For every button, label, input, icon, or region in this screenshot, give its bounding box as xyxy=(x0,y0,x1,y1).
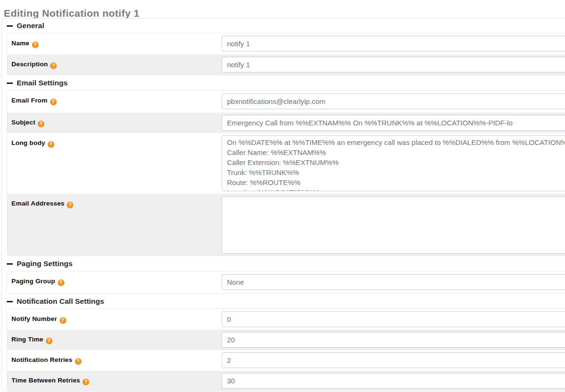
section-title: General xyxy=(17,21,44,30)
paging-group-select[interactable] xyxy=(222,274,565,290)
paging-group-label-cell: Paging Group? xyxy=(7,271,222,293)
email-addresses-textarea[interactable] xyxy=(222,196,565,254)
subject-label: Subject xyxy=(11,119,35,126)
group-general: Name? Description? xyxy=(7,33,565,75)
collapse-minus-icon xyxy=(7,83,13,84)
form-row-notification-retries: Notification Retries? xyxy=(7,350,565,371)
help-icon[interactable]: ? xyxy=(32,41,39,48)
form-row-email-from: Email From? xyxy=(7,91,565,113)
help-icon[interactable]: ? xyxy=(38,121,44,127)
email-addresses-field-cell xyxy=(222,194,565,256)
description-field-cell xyxy=(222,54,565,75)
ring-time-input[interactable] xyxy=(222,332,565,348)
name-label-cell: Name? xyxy=(7,33,222,54)
help-icon[interactable]: ? xyxy=(50,99,57,105)
description-label: Description xyxy=(11,61,48,68)
description-label-cell: Description? xyxy=(7,54,222,75)
name-input[interactable] xyxy=(222,36,565,52)
help-icon[interactable]: ? xyxy=(60,317,66,324)
email-addresses-label: Email Addresses xyxy=(11,200,64,207)
form-row-name: Name? xyxy=(7,33,565,54)
collapse-minus-icon xyxy=(7,301,13,302)
notify-number-field-cell xyxy=(222,309,565,330)
form-row-paging-group: Paging Group? xyxy=(7,271,565,293)
help-icon[interactable]: ? xyxy=(67,202,73,208)
subject-input[interactable] xyxy=(222,115,565,131)
email-from-input[interactable] xyxy=(222,93,565,109)
ring-time-label: Ring Time xyxy=(11,336,43,343)
section-header-paging-settings[interactable]: Paging Settings xyxy=(7,259,565,268)
collapse-minus-icon xyxy=(7,263,13,265)
group-paging-settings: Paging Group? xyxy=(7,271,565,294)
paging-group-field-cell xyxy=(222,271,565,293)
section-header-notification-call-settings[interactable]: Notification Call Settings xyxy=(7,297,565,306)
name-field-cell xyxy=(222,33,565,54)
ring-time-label-cell: Ring Time? xyxy=(7,330,222,350)
help-icon[interactable]: ? xyxy=(50,62,57,69)
long-body-label: Long body xyxy=(11,139,45,146)
email-from-label-cell: Email From? xyxy=(7,91,222,113)
time-between-retries-input[interactable] xyxy=(222,373,565,389)
form-row-email-addresses: Email Addresses? xyxy=(7,194,565,256)
form-row-notify-number: Notify Number? xyxy=(7,309,565,330)
notify-number-input[interactable] xyxy=(222,311,565,327)
long-body-field-cell: On %%DATE%% at %%TIME%% an emergency cal… xyxy=(222,133,565,194)
page-title: Editing Notification notify 1 xyxy=(4,8,140,19)
form-row-time-between-retries: Time Between Retries? xyxy=(7,371,565,391)
help-icon[interactable]: ? xyxy=(48,141,54,148)
subject-field-cell xyxy=(222,113,565,133)
description-input[interactable] xyxy=(222,57,565,72)
group-email-settings: Email From? Subject? Long body? On %%DAT… xyxy=(7,90,565,256)
help-icon[interactable]: ? xyxy=(75,358,82,365)
ring-time-field-cell xyxy=(222,330,565,350)
form-container: General Name? Description? Email Setting… xyxy=(1,18,565,392)
email-addresses-label-cell: Email Addresses? xyxy=(7,194,222,256)
help-icon[interactable]: ? xyxy=(58,279,64,286)
notification-retries-label-cell: Notification Retries? xyxy=(7,350,222,371)
name-label: Name xyxy=(11,40,30,47)
section-title: Notification Call Settings xyxy=(17,297,104,306)
section-title: Paging Settings xyxy=(17,259,72,268)
notification-retries-label: Notification Retries xyxy=(11,356,72,363)
form-row-long-body: Long body? On %%DATE%% at %%TIME%% an em… xyxy=(7,133,565,194)
subject-label-cell: Subject? xyxy=(7,113,222,133)
long-body-textarea[interactable]: On %%DATE%% at %%TIME%% an emergency cal… xyxy=(222,135,565,191)
section-title: Email Settings xyxy=(17,79,68,87)
time-between-retries-field-cell xyxy=(222,371,565,391)
form-row-subject: Subject? xyxy=(7,113,565,133)
email-from-label: Email From xyxy=(11,97,48,104)
email-from-field-cell xyxy=(222,91,565,113)
notification-retries-field-cell xyxy=(222,350,565,371)
help-icon[interactable]: ? xyxy=(82,379,89,385)
notify-number-label-cell: Notify Number? xyxy=(7,309,222,330)
group-notification-call-settings: Notify Number? Ring Time? Notification R… xyxy=(7,309,565,392)
time-between-retries-label: Time Between Retries xyxy=(11,377,80,384)
section-header-email-settings[interactable]: Email Settings xyxy=(7,79,565,87)
notify-number-label: Notify Number xyxy=(11,315,57,322)
paging-group-label: Paging Group xyxy=(11,278,55,285)
help-icon[interactable]: ? xyxy=(46,338,52,344)
notification-retries-input[interactable] xyxy=(222,352,565,368)
collapse-minus-icon xyxy=(7,25,13,27)
time-between-retries-label-cell: Time Between Retries? xyxy=(7,371,222,391)
form-row-ring-time: Ring Time? xyxy=(7,330,565,350)
section-header-general[interactable]: General xyxy=(7,21,565,30)
form-row-description: Description? xyxy=(7,54,565,75)
long-body-label-cell: Long body? xyxy=(7,133,222,194)
